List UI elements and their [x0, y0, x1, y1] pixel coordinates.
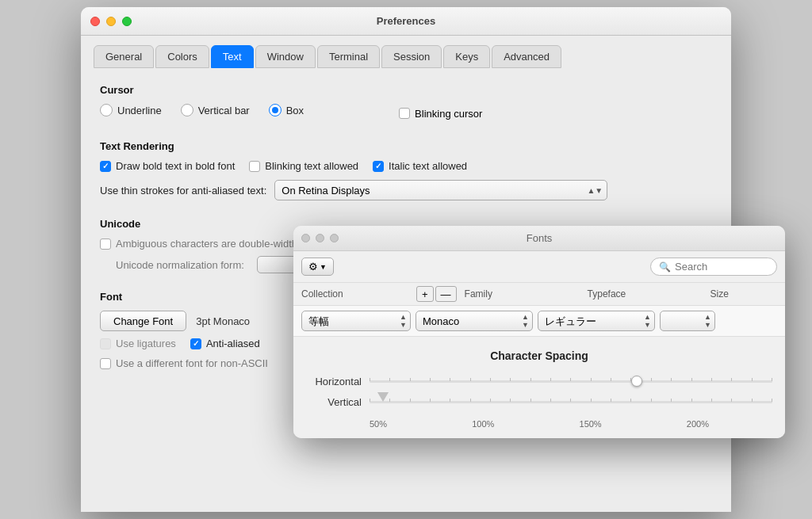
h-tick [510, 378, 511, 381]
ligatures-checkbox[interactable] [100, 338, 111, 349]
ambiguous-checkbox[interactable] [100, 239, 111, 250]
vertical-slider-row: Vertical [306, 395, 772, 408]
horizontal-thumb[interactable] [631, 376, 642, 387]
gear-button[interactable]: ⚙ ▼ [301, 258, 334, 276]
cursor-underline[interactable]: Underline [100, 104, 162, 116]
antialiased-item[interactable]: Anti-aliased [190, 338, 260, 349]
h-tick [651, 378, 652, 381]
v-tick [691, 399, 692, 402]
vertical-slider-track[interactable] [370, 395, 772, 408]
anti-alias-select[interactable]: On Retina Displays Always Never [274, 180, 607, 200]
minimize-button[interactable] [106, 17, 116, 26]
v-tick [389, 399, 390, 402]
v-tick [450, 399, 450, 402]
verticalbar-radio[interactable] [181, 104, 193, 116]
blinking-cursor-label: Blinking cursor [415, 108, 482, 120]
cursor-radio-group: Underline Vertical bar Box [100, 104, 304, 116]
box-label: Box [286, 105, 304, 116]
v-tick [611, 399, 611, 402]
v-tick [630, 399, 631, 402]
character-spacing-section: Character Spacing Horizontal [293, 337, 785, 438]
h-tick [691, 378, 692, 381]
box-radio[interactable] [269, 104, 282, 116]
cursor-options-row: Underline Vertical bar Box Blinking curs… [100, 104, 712, 123]
fonts-minimize[interactable] [316, 234, 324, 242]
tab-window[interactable]: Window [255, 45, 316, 68]
italic-text-checkbox[interactable] [373, 161, 384, 172]
italic-text-label: Italic text allowed [389, 160, 467, 172]
vertical-slider-line [370, 401, 772, 403]
v-tick [510, 399, 511, 402]
tab-terminal[interactable]: Terminal [317, 45, 380, 68]
fonts-maximize[interactable] [330, 234, 339, 242]
tab-session[interactable]: Session [381, 45, 442, 68]
col-typeface: Typeface [588, 288, 710, 300]
h-tick [611, 378, 611, 381]
change-font-button[interactable]: Change Font [100, 311, 186, 331]
search-box[interactable]: 🔍 [650, 258, 777, 276]
v-tick [772, 399, 772, 402]
underline-radio[interactable] [100, 104, 113, 116]
tab-advanced[interactable]: Advanced [492, 45, 561, 68]
v-tick [470, 399, 471, 402]
tab-keys[interactable]: Keys [443, 45, 490, 68]
tab-text[interactable]: Text [211, 45, 254, 68]
bold-text-item[interactable]: Draw bold text in bold font [100, 160, 235, 172]
tab-general[interactable]: General [94, 45, 154, 68]
tab-colors[interactable]: Colors [155, 45, 209, 68]
collection-selector: 等幅 ▲▼ [301, 311, 411, 331]
v-tick [651, 399, 652, 402]
h-tick [490, 378, 491, 381]
anti-alias-label: Use thin strokes for anti-aliased text: [100, 185, 266, 197]
remove-collection-button[interactable]: — [435, 286, 457, 302]
h-tick [370, 378, 370, 381]
traffic-lights [90, 17, 132, 26]
bold-text-label: Draw bold text in bold font [116, 160, 235, 172]
collection-select[interactable]: 等幅 [301, 311, 411, 331]
bold-text-checkbox[interactable] [100, 161, 111, 172]
title-bar: Preferences [81, 7, 731, 36]
v-tick [752, 399, 753, 402]
horizontal-slider-track[interactable] [370, 375, 772, 387]
fonts-window-title: Fonts [527, 232, 553, 244]
cursor-box[interactable]: Box [269, 104, 304, 116]
blinking-cursor-checkbox[interactable] [399, 108, 410, 119]
search-input[interactable] [675, 261, 768, 273]
fonts-column-headers: Collection + — Family Typeface Size [293, 283, 785, 306]
pct-200: 200% [687, 419, 709, 429]
size-select[interactable] [660, 311, 715, 331]
pct-100: 100% [472, 419, 494, 429]
horizontal-slider-line [370, 380, 772, 383]
fonts-close[interactable] [301, 234, 310, 242]
verticalbar-label: Vertical bar [198, 105, 250, 116]
antialiased-checkbox[interactable] [190, 338, 201, 349]
family-selector: Monaco ▲▼ [416, 311, 533, 331]
typeface-select[interactable]: レギュラー [538, 311, 655, 331]
text-rendering-title: Text Rendering [100, 140, 712, 152]
v-tick [570, 399, 571, 402]
ambiguous-label: Ambiguous characters are double-width [116, 238, 297, 250]
v-tick [430, 399, 431, 402]
add-collection-button[interactable]: + [416, 286, 434, 302]
blinking-text-checkbox[interactable] [249, 161, 260, 172]
ligatures-item[interactable]: Use ligatures [100, 338, 176, 349]
vertical-thumb[interactable] [377, 392, 389, 402]
non-ascii-checkbox[interactable] [100, 358, 111, 369]
h-tick [470, 378, 471, 381]
h-tick [389, 378, 390, 381]
h-tick [671, 378, 672, 381]
maximize-button[interactable] [122, 17, 132, 26]
col-size: Size [710, 288, 729, 300]
fonts-selectors-row: 等幅 ▲▼ Monaco ▲▼ レギュラー ▲▼ ▲▼ [293, 306, 785, 337]
cursor-verticalbar[interactable]: Vertical bar [181, 104, 250, 116]
percentage-labels: 50% 100% 150% 200% [306, 416, 772, 429]
close-button[interactable] [90, 17, 100, 26]
italic-text-item[interactable]: Italic text allowed [373, 160, 467, 172]
blinking-text-item[interactable]: Blinking text allowed [249, 160, 358, 172]
h-tick [731, 378, 732, 381]
v-tick [410, 399, 411, 402]
v-tick [370, 399, 370, 402]
ligatures-label: Use ligatures [116, 338, 176, 349]
family-select[interactable]: Monaco [416, 311, 533, 331]
horizontal-slider-row: Horizontal [306, 375, 772, 387]
